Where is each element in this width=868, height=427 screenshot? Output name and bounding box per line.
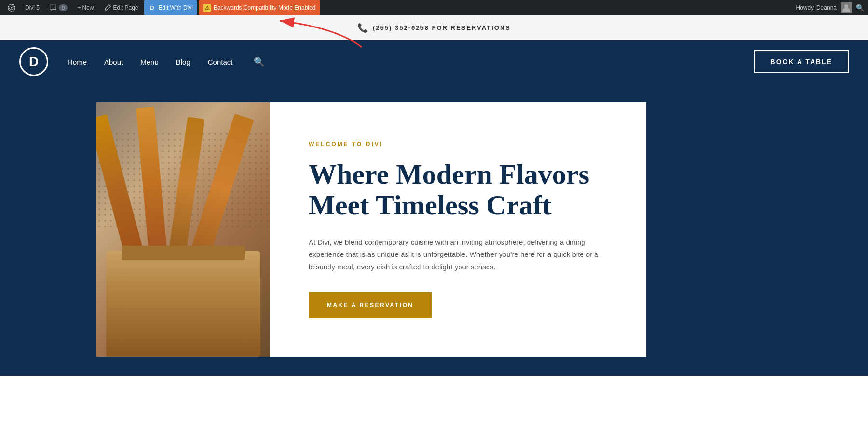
nav-contact[interactable]: Contact (208, 58, 233, 66)
edit-with-divi-button[interactable]: D Edit With Divi (144, 0, 197, 15)
nav-blog[interactable]: Blog (176, 58, 190, 66)
comments[interactable]: 0 (45, 0, 71, 15)
hero-image (96, 102, 270, 357)
site-logo[interactable]: D (19, 47, 48, 76)
admin-search-icon[interactable]: 🔍 (856, 4, 864, 12)
wp-logo[interactable] (4, 0, 19, 15)
bag-prop (106, 251, 260, 357)
admin-bar-right: Howdy, Deanna 🔍 (796, 2, 865, 13)
nav-search-icon[interactable]: 🔍 (254, 56, 264, 67)
nav-menu[interactable]: Menu (140, 58, 159, 66)
hero-title: Where Modern Flavors Meet Timeless Craft (309, 159, 608, 221)
hero-section: WELCOME TO DIVI Where Modern Flavors Mee… (0, 83, 868, 376)
edit-page-button[interactable]: Edit Page (100, 0, 142, 15)
phone-number: (255) 352-6258 FOR RESERVATIONS (373, 24, 511, 31)
navbar: D Home About Menu Blog Contact 🔍 BOOK A … (0, 40, 868, 83)
reservation-button[interactable]: MAKE A RESERVATION (309, 292, 432, 318)
comments-count: 0 (59, 4, 68, 11)
book-table-button[interactable]: BOOK A TABLE (754, 50, 849, 73)
nav-home[interactable]: Home (68, 58, 87, 66)
svg-point-1 (11, 7, 12, 8)
svg-point-3 (844, 4, 848, 8)
info-bar: 📞 (255) 352-6258 FOR RESERVATIONS (0, 15, 868, 40)
new-button[interactable]: + New (73, 0, 97, 15)
nav-about[interactable]: About (104, 58, 123, 66)
warning-icon: ⚠ (203, 4, 211, 12)
welcome-label: WELCOME TO DIVI (309, 141, 608, 147)
nav-links: Home About Menu Blog Contact 🔍 (68, 56, 264, 67)
divi-version[interactable]: Divi 5 (21, 0, 43, 15)
admin-bar: Divi 5 0 + New Edit Page D Edit With Div… (0, 0, 868, 15)
phone-icon: 📞 (357, 23, 368, 33)
compat-mode-button[interactable]: ⚠ Backwards Compatibility Mode Enabled (199, 0, 320, 15)
user-avatar (841, 2, 852, 13)
hero-description: At Divi, we blend contemporary cuisine w… (309, 236, 608, 273)
hero-content: WELCOME TO DIVI Where Modern Flavors Mee… (270, 102, 646, 357)
